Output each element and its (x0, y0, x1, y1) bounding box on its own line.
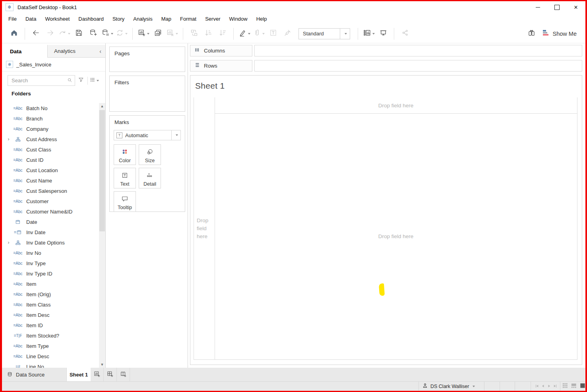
menu-data[interactable]: Data (21, 16, 41, 22)
field-line-desc[interactable]: =AbcLine Desc (2, 351, 99, 361)
swap-rows-columns-button[interactable] (187, 27, 201, 41)
view-mode-select[interactable]: Standard (298, 28, 350, 39)
center-drop-zone[interactable]: Drop field here (215, 113, 577, 359)
find-button[interactable] (525, 27, 539, 41)
tab-data[interactable]: Data (2, 45, 48, 58)
field-item-desc[interactable]: =AbcItem Desc (2, 310, 99, 320)
show-hide-cards-button[interactable] (362, 27, 376, 41)
previous-page-icon[interactable] (541, 383, 545, 390)
filmstrip-view-icon[interactable] (571, 383, 577, 390)
show-me-button[interactable]: Show Me (539, 27, 581, 41)
text-mark-button[interactable]: Text (114, 168, 136, 188)
redo-button[interactable] (57, 27, 72, 41)
scroll-down-icon[interactable]: ▼ (99, 361, 105, 368)
presentation-mode-button[interactable] (376, 27, 390, 41)
field-item-id[interactable]: =AbcItem ID (2, 320, 99, 330)
expand-chevron-icon[interactable]: › (6, 136, 11, 142)
field-date[interactable]: Date (2, 217, 99, 227)
menu-analysis[interactable]: Analysis (129, 16, 157, 22)
field-inv-date[interactable]: =Inv Date (2, 227, 99, 237)
forward-button[interactable] (43, 27, 57, 41)
expand-chevron-icon[interactable]: › (6, 240, 11, 245)
field-inv-date-options[interactable]: ›Inv Date Options (2, 237, 99, 248)
fields-scrollbar[interactable]: ▲ ▼ (99, 103, 105, 368)
field-inv-type-id[interactable]: =AbcInv Type ID (2, 268, 99, 279)
share-button[interactable] (398, 27, 412, 41)
pages-card[interactable]: Pages (109, 47, 185, 72)
clear-sheet-button[interactable] (165, 27, 179, 41)
tab-sheet-1[interactable]: Sheet 1 (67, 368, 91, 382)
new-worksheet-button[interactable] (136, 27, 151, 41)
menu-file[interactable]: File (4, 16, 21, 22)
single-view-icon[interactable] (580, 383, 585, 390)
new-worksheet-tab-button[interactable] (91, 368, 104, 382)
minimize-button[interactable] (528, 1, 547, 13)
search-input[interactable] (11, 77, 67, 84)
field-line-no[interactable]: =#Line No (2, 361, 99, 368)
field-item[interactable]: =AbcItem (2, 279, 99, 289)
field-customer[interactable]: =AbcCustomer (2, 196, 99, 206)
menu-dashboard[interactable]: Dashboard (74, 16, 108, 22)
last-page-icon[interactable] (553, 383, 558, 390)
row-drop-zone[interactable]: Drop field here (194, 97, 215, 359)
duplicate-button[interactable] (151, 27, 165, 41)
menu-server[interactable]: Server (201, 16, 225, 22)
user-menu[interactable]: DS Clark Walliser (418, 382, 484, 391)
menu-help[interactable]: Help (252, 16, 271, 22)
fix-axes-button[interactable] (280, 27, 294, 41)
datasource-item[interactable]: ❄ _Sales_Invoice (2, 58, 105, 72)
new-dashboard-button[interactable] (104, 368, 117, 382)
field-cust-address[interactable]: ›Cust Address (2, 134, 99, 144)
scroll-up-icon[interactable]: ▲ (99, 103, 105, 109)
close-button[interactable]: ✕ (566, 1, 585, 13)
field-cust-class[interactable]: =AbcCust Class (2, 144, 99, 155)
home-button[interactable] (7, 27, 21, 41)
sort-ascending-button[interactable] (201, 27, 215, 41)
new-story-button[interactable] (117, 368, 130, 382)
field-branch[interactable]: =AbcBranch (2, 113, 99, 124)
field-inv-no[interactable]: =AbcInv No (2, 248, 99, 258)
field-cust-salesperson[interactable]: =AbcCust Salesperson (2, 186, 99, 196)
refresh-button[interactable] (114, 27, 129, 41)
show-mark-labels-button[interactable] (266, 27, 280, 41)
rows-drop-area[interactable] (254, 60, 582, 72)
grid-view-icon[interactable] (562, 383, 568, 390)
add-data-button[interactable] (86, 27, 100, 41)
view-mode-dropdown-button[interactable] (340, 29, 350, 39)
column-drop-zone[interactable]: Drop field here (215, 97, 577, 114)
field-item-stocked[interactable]: =T|FItem Stocked? (2, 330, 99, 341)
mark-type-select[interactable]: T Automatic (114, 130, 181, 140)
first-page-icon[interactable] (535, 383, 539, 390)
save-button[interactable] (72, 27, 86, 41)
sort-descending-button[interactable] (215, 27, 230, 41)
filters-card[interactable]: Filters (109, 76, 185, 112)
group-members-button[interactable] (252, 27, 266, 41)
field-company[interactable]: =AbcCompany (2, 124, 99, 134)
tab-data-source[interactable]: Data Source (2, 368, 67, 382)
menu-worksheet[interactable]: Worksheet (41, 16, 74, 22)
field-customer-name-id[interactable]: =AbcCustomer Name&ID (2, 206, 99, 217)
menu-map[interactable]: Map (157, 16, 176, 22)
search-box[interactable] (8, 75, 75, 86)
menu-window[interactable]: Window (225, 16, 252, 22)
menu-format[interactable]: Format (176, 16, 201, 22)
field-item-class[interactable]: =AbcItem Class (2, 299, 99, 310)
mark-type-dropdown-button[interactable] (171, 130, 180, 140)
field-item-type[interactable]: =AbcItem Type (2, 341, 99, 351)
size-mark-button[interactable]: Size (139, 144, 161, 165)
maximize-button[interactable] (547, 1, 566, 13)
filter-fields-button[interactable] (77, 76, 85, 85)
columns-drop-area[interactable] (254, 45, 582, 56)
field-batch-no[interactable]: =AbcBatch No (2, 103, 99, 113)
field-item-orig[interactable]: =AbcItem (Orig) (2, 289, 99, 299)
field-cust-location[interactable]: =AbcCust Location (2, 165, 99, 175)
scrollbar-thumb[interactable] (99, 110, 105, 231)
tooltip-mark-button[interactable]: Tooltip (114, 191, 136, 212)
menu-story[interactable]: Story (108, 16, 129, 22)
highlight-button[interactable] (237, 27, 252, 41)
color-mark-button[interactable]: Color (114, 144, 136, 165)
tab-analytics[interactable]: Analytics ‹ (48, 45, 105, 58)
back-button[interactable] (29, 27, 43, 41)
next-page-icon[interactable] (547, 383, 552, 390)
view-options-button[interactable] (90, 76, 99, 85)
